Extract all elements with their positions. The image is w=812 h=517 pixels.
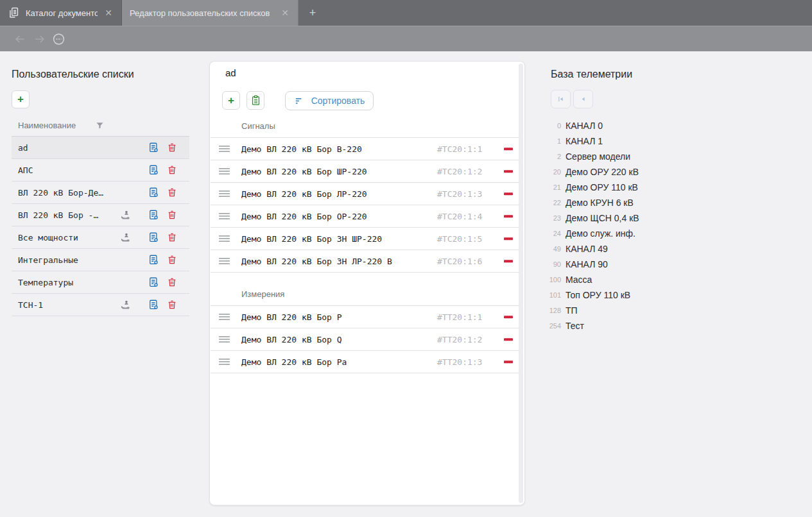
edit-list-icon[interactable] [148,187,159,199]
telemetry-item[interactable]: 0 КАНАЛ 0 [539,118,745,133]
remove-minus-icon[interactable] [504,338,513,341]
edit-list-icon[interactable] [148,142,159,154]
drag-handle-icon[interactable] [219,313,230,321]
edit-list-icon[interactable] [148,299,159,311]
remove-minus-icon[interactable] [504,148,513,150]
list-name: ТСН-1 [18,300,43,310]
telemetry-item[interactable]: 24 Демо служ. инф. [539,226,745,241]
close-icon[interactable]: ✕ [280,7,290,19]
remove-minus-icon[interactable] [504,215,513,217]
table-row[interactable]: Все мощности [12,226,189,249]
remove-minus-icon[interactable] [504,170,513,173]
paste-clipboard-button[interactable] [246,91,264,110]
table-row[interactable]: ad [12,137,189,159]
table-row[interactable]: Интегральные [12,249,189,271]
new-tab-button[interactable]: + [303,0,322,26]
remove-minus-icon[interactable] [504,360,513,363]
drag-handle-icon[interactable] [219,235,230,242]
telemetry-item[interactable]: 101 Топ ОРУ 110 кВ [539,287,745,303]
table-row[interactable]: АПС [12,159,189,182]
clipboard-icon [250,94,261,106]
trash-icon[interactable] [167,232,177,243]
edit-list-icon[interactable] [148,164,159,176]
trash-icon[interactable] [167,187,177,198]
measurement-row[interactable]: Демо ВЛ 220 кВ Бор P #ТТ20:1:1 [211,306,519,328]
telemetry-item[interactable]: 1 КАНАЛ 1 [539,133,745,149]
edit-list-icon[interactable] [148,232,159,244]
channel-name: КАНАЛ 1 [566,136,603,146]
telemetry-item[interactable]: 100 Масса [539,272,745,287]
table-row[interactable]: ВЛ 220 кВ Бор -… [12,204,189,226]
filter-icon[interactable] [95,121,105,130]
trash-icon[interactable] [167,276,177,288]
trash-icon[interactable] [167,299,177,310]
edit-list-icon[interactable] [148,254,159,266]
trash-icon[interactable] [167,209,177,221]
telemetry-list: 0 КАНАЛ 0 1 КАНАЛ 1 2 Сервер модели 20 Д… [539,118,745,334]
telemetry-item[interactable]: 21 Демо ОРУ 110 кВ [539,180,745,195]
close-icon[interactable]: ✕ [103,7,114,19]
signal-row[interactable]: Демо ВЛ 220 кВ Бор ЗН ЛР-220 В #ТС20:1:6 [211,250,519,273]
remove-minus-icon[interactable] [504,192,513,195]
sort-button[interactable]: Сортировать [285,91,374,110]
channel-number: 24 [539,230,561,237]
channel-name: КАНАЛ 0 [566,121,603,131]
first-page-button[interactable] [551,90,571,108]
trash-icon[interactable] [167,164,177,176]
channel-name: ТП [566,305,578,316]
measurement-row[interactable]: Демо ВЛ 220 кВ Бор Q #ТТ20:1:2 [211,328,519,351]
tab-document-catalog[interactable]: Каталог документов ✕ [0,0,122,26]
telemetry-item[interactable]: 49 КАНАЛ 49 [539,241,745,257]
table-row[interactable]: Температуры [12,271,189,294]
telemetry-item[interactable]: 128 ТП [539,303,745,318]
remove-minus-icon[interactable] [504,260,513,262]
tab-user-lists-editor[interactable]: Редактор пользовательских списков ✕ [122,0,298,26]
shared-user-icon [119,300,132,310]
remove-minus-icon[interactable] [504,316,513,318]
drag-handle-icon[interactable] [219,335,230,343]
section-label-measurements: Измерения [241,289,284,299]
edit-list-icon[interactable] [148,209,159,221]
telemetry-item[interactable]: 22 Демо КРУН 6 кВ [539,195,745,210]
table-row[interactable]: ТСН-1 [12,294,189,316]
drag-handle-icon[interactable] [219,212,230,220]
drag-handle-icon[interactable] [219,145,230,153]
channel-number: 22 [539,199,561,207]
signal-row[interactable]: Демо ВЛ 220 кВ Бор В-220 #ТС20:1:1 [211,138,519,160]
first-page-icon [557,95,565,103]
item-reference: #ТТ20:1:1 [437,312,482,322]
signal-row[interactable]: Демо ВЛ 220 кВ Бор ЗН ШР-220 #ТС20:1:5 [211,228,519,250]
signal-row[interactable]: Демо ВЛ 220 кВ Бор ШР-220 #ТС20:1:2 [211,160,519,183]
telemetry-item[interactable]: 90 КАНАЛ 90 [539,257,745,272]
plus-icon: + [17,94,24,105]
item-name: Демо ВЛ 220 кВ Бор Pa [241,357,347,367]
forward-arrow-icon[interactable] [33,33,47,46]
drag-handle-icon[interactable] [219,358,230,366]
drag-handle-icon[interactable] [219,257,230,265]
scrollbar-track[interactable] [519,64,523,503]
trash-icon[interactable] [167,254,177,266]
add-list-button[interactable]: + [12,90,30,108]
drag-handle-icon[interactable] [219,190,230,198]
back-arrow-icon[interactable] [13,33,27,46]
list-editor-card: ad + Сортировать Сигналы [209,61,525,505]
channel-number: 21 [539,183,561,191]
drag-handle-icon[interactable] [219,167,230,175]
measurement-row[interactable]: Демо ВЛ 220 кВ Бор Pa #ТТ20:1:3 [211,351,519,373]
signal-row[interactable]: Демо ВЛ 220 кВ Бор ЛР-220 #ТС20:1:3 [211,183,519,205]
tab-label: Каталог документов [26,8,98,18]
telemetry-item[interactable]: 254 Тест [539,318,745,334]
item-name: Демо ВЛ 220 кВ Бор ЗН ЛР-220 В [241,257,392,266]
prev-page-button[interactable] [573,90,593,108]
signal-row[interactable]: Демо ВЛ 220 кВ Бор ОР-220 #ТС20:1:4 [211,205,519,228]
collapse-circle-icon[interactable] [52,32,65,46]
channel-name: Демо служ. инф. [566,228,635,239]
add-item-button[interactable]: + [222,91,240,110]
telemetry-item[interactable]: 20 Демо ОРУ 220 кВ [539,164,745,180]
edit-list-icon[interactable] [148,276,159,289]
telemetry-item[interactable]: 23 Демо ЩСН 0,4 кВ [539,210,745,226]
remove-minus-icon[interactable] [504,237,513,240]
trash-icon[interactable] [167,142,177,153]
table-row[interactable]: ВЛ 220 кВ Бор-Де… [12,182,189,204]
telemetry-item[interactable]: 2 Сервер модели [539,149,745,164]
